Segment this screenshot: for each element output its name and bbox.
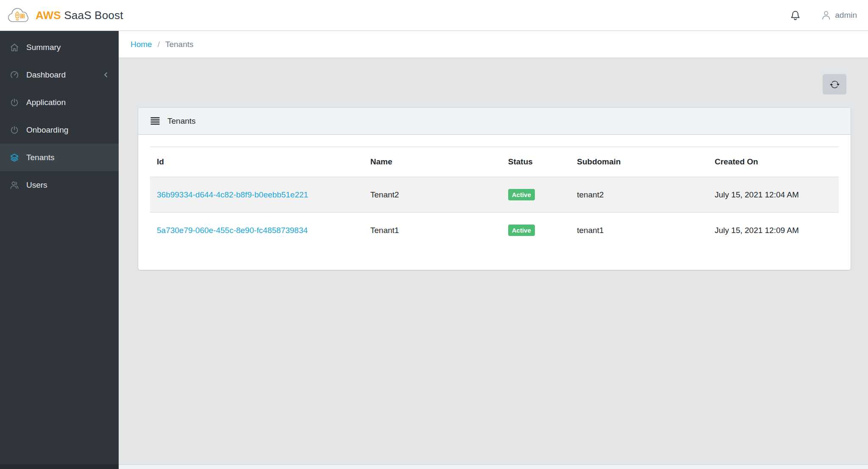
page-content: Tenants Id Name Status xyxy=(119,58,868,464)
column-header-subdomain: Subdomain xyxy=(570,147,708,177)
app-body: Summary Dashboard xyxy=(0,31,868,469)
brand-title: AWS SaaS Boost xyxy=(36,9,123,22)
tenant-id-link[interactable]: 5a730e79-060e-455c-8e90-fc4858739834 xyxy=(157,226,308,235)
column-header-created-on: Created On xyxy=(708,147,839,177)
tenant-name-cell: Tenant2 xyxy=(364,177,501,213)
app-footer xyxy=(119,464,868,469)
tenant-subdomain-cell: tenant1 xyxy=(570,213,708,248)
breadcrumb-home-link[interactable]: Home xyxy=(131,40,152,49)
layers-icon xyxy=(8,153,20,163)
sidebar-item-application[interactable]: Application xyxy=(0,89,119,116)
user-name-label: admin xyxy=(835,11,857,20)
sidebar-item-label: Users xyxy=(26,180,47,190)
user-menu[interactable]: admin xyxy=(821,10,857,21)
header-right: admin xyxy=(790,10,857,21)
column-header-name: Name xyxy=(364,147,501,177)
bell-icon xyxy=(790,10,801,21)
sidebar-item-label: Dashboard xyxy=(26,70,66,80)
users-icon xyxy=(8,180,20,190)
refresh-button[interactable] xyxy=(823,74,846,94)
chevron-left-icon xyxy=(102,71,109,78)
tenants-card-body: Id Name Status Subdomain Created On 36b9… xyxy=(138,135,851,270)
menu-icon xyxy=(150,117,160,125)
speedometer-icon xyxy=(8,70,20,80)
cloud-rocket-logo-icon xyxy=(6,6,31,25)
column-header-status: Status xyxy=(501,147,570,177)
home-icon xyxy=(8,42,20,53)
notifications-button[interactable] xyxy=(790,10,801,21)
toolbar xyxy=(138,74,851,94)
sidebar-item-label: Application xyxy=(26,98,66,107)
main-area: Home / Tenants xyxy=(119,31,868,469)
table-header-row: Id Name Status Subdomain Created On xyxy=(150,147,839,177)
brand-logo[interactable]: AWS SaaS Boost xyxy=(6,6,123,25)
power-icon xyxy=(8,125,20,135)
status-badge: Active xyxy=(508,189,535,200)
tenant-id-link[interactable]: 36b99334-d644-4c82-b8f9-b0eebb51e221 xyxy=(157,190,308,199)
breadcrumb: Home / Tenants xyxy=(119,31,868,58)
brand-aws-text: AWS xyxy=(36,9,61,22)
card-title: Tenants xyxy=(167,117,196,126)
sidebar-item-label: Tenants xyxy=(26,153,55,162)
tenant-name-cell: Tenant1 xyxy=(364,213,501,248)
app-header: AWS SaaS Boost admin xyxy=(0,0,868,31)
tenant-created-cell: July 15, 2021 12:09 AM xyxy=(708,213,839,248)
breadcrumb-separator: / xyxy=(158,40,160,49)
sidebar-item-label: Summary xyxy=(26,43,61,52)
sidebar-item-label: Onboarding xyxy=(26,125,68,135)
column-header-id: Id xyxy=(150,147,364,177)
app-root: AWS SaaS Boost admin xyxy=(0,0,868,469)
tenants-card-header: Tenants xyxy=(138,108,851,135)
sidebar-item-users[interactable]: Users xyxy=(0,171,119,199)
user-icon xyxy=(821,10,832,21)
sidebar-item-onboarding[interactable]: Onboarding xyxy=(0,116,119,144)
refresh-icon xyxy=(830,80,840,89)
table-row: 5a730e79-060e-455c-8e90-fc4858739834 Ten… xyxy=(150,213,839,248)
table-row: 36b99334-d644-4c82-b8f9-b0eebb51e221 Ten… xyxy=(150,177,839,213)
sidebar-item-dashboard[interactable]: Dashboard xyxy=(0,61,119,89)
tenant-created-cell: July 15, 2021 12:04 AM xyxy=(708,177,839,213)
sidebar-item-summary[interactable]: Summary xyxy=(0,33,119,61)
tenants-card: Tenants Id Name Status xyxy=(138,107,851,270)
tenants-table: Id Name Status Subdomain Created On 36b9… xyxy=(150,147,839,248)
status-badge: Active xyxy=(508,225,535,236)
sidebar-item-tenants[interactable]: Tenants xyxy=(0,144,119,171)
sidebar: Summary Dashboard xyxy=(0,31,119,469)
tenant-subdomain-cell: tenant2 xyxy=(570,177,708,213)
breadcrumb-current: Tenants xyxy=(165,40,194,49)
sidebar-minimizer[interactable] xyxy=(0,464,119,469)
power-icon xyxy=(8,97,20,108)
brand-product-text: SaaS Boost xyxy=(64,9,123,22)
